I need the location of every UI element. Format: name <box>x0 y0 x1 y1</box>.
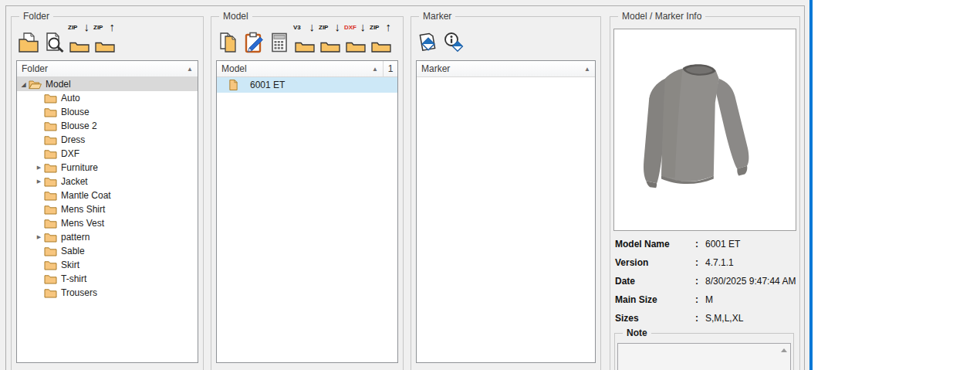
folder-icon <box>44 287 58 298</box>
model-item-6001-et[interactable]: 6001 ET <box>217 77 397 93</box>
tree-item-dress[interactable]: Dress <box>17 133 198 147</box>
tree-item-label: Auto <box>58 93 80 104</box>
export-zip-folder-button[interactable]: ZIP↑ <box>93 22 117 53</box>
tree-item-auto[interactable]: Auto <box>17 91 198 105</box>
tree-item-dxf[interactable]: DXF <box>17 147 198 161</box>
badge-label: ZIP <box>68 25 77 31</box>
tree-item-sable[interactable]: Sable <box>17 244 198 258</box>
tree-item-mantle-coat[interactable]: Mantle Coat <box>17 188 198 202</box>
tree-item-label: Mantle Coat <box>58 190 111 201</box>
folder-icon <box>44 134 58 145</box>
sort-ascending-icon: ▲ <box>372 66 383 73</box>
marker-column-header[interactable]: Marker ▲ <box>417 61 595 77</box>
search-folder-button[interactable] <box>42 22 66 53</box>
edit-model-button[interactable] <box>242 22 265 53</box>
tree-item-model[interactable]: ◢Model <box>17 77 198 91</box>
down-arrow-icon: ↓ <box>335 21 341 33</box>
import-zip-folder-button[interactable]: ZIP↓ <box>67 22 91 53</box>
tree-expander-icon[interactable]: ▶ <box>34 234 44 240</box>
tree-item-label: DXF <box>58 148 79 159</box>
size-table-button[interactable] <box>267 22 291 53</box>
folder-panel: Folder ZIP↓ZIP↑ Folder ▲ ◢ModelAutoBlous… <box>11 16 204 370</box>
info-field-version: Version:4.7.1.1 <box>610 253 799 272</box>
tree-item-label: pattern <box>58 232 90 243</box>
model-column-header[interactable]: Model ▲ 1 <box>217 61 397 77</box>
folder-icon <box>44 148 58 159</box>
tree-item-label: T-shirt <box>58 273 86 284</box>
tree-expander-icon[interactable]: ◢ <box>19 81 29 88</box>
tree-item-trousers[interactable]: Trousers <box>17 286 198 300</box>
field-separator: : <box>695 294 705 305</box>
note-textarea[interactable] <box>617 343 791 370</box>
folder-tree-body: ◢ModelAutoBlouseBlouse 2DressDXF▶Furnitu… <box>17 77 198 362</box>
document-copy-icon <box>218 32 239 53</box>
badge-label: ZIP <box>370 25 379 31</box>
down-arrow-icon: ↓ <box>360 21 367 33</box>
folder-icon <box>44 121 58 131</box>
folder-header-label: Folder <box>22 63 48 74</box>
import-dxf-button[interactable]: DXF↓ <box>343 22 367 53</box>
marker-document-button[interactable] <box>416 22 440 53</box>
badge-label: ZIP <box>319 25 328 31</box>
folder-icon <box>44 246 58 256</box>
tree-item-blouse[interactable]: Blouse <box>17 105 198 119</box>
marker-panel: Marker Marker ▲ <box>411 16 601 370</box>
tree-item-skirt[interactable]: Skirt <box>17 258 198 272</box>
marker-info-button[interactable] <box>441 22 465 53</box>
field-separator: : <box>695 257 705 268</box>
model-count-column-header[interactable]: 1 <box>383 61 397 76</box>
tree-item-blouse-2[interactable]: Blouse 2 <box>17 119 198 133</box>
import-zip-model-button[interactable]: ZIP↓ <box>318 22 342 53</box>
field-separator: : <box>695 276 705 287</box>
tree-item-label: Mens Vest <box>58 218 104 229</box>
field-label: Main Size <box>610 294 695 305</box>
tree-item-mens-vest[interactable]: Mens Vest <box>17 216 198 230</box>
down-arrow-icon: ↓ <box>309 21 316 33</box>
folder-toolbar: ZIP↓ZIP↑ <box>16 22 117 53</box>
up-arrow-icon: ↑ <box>386 21 392 33</box>
model-info-fields: Model Name:6001 ETVersion:4.7.1.1Date:8/… <box>610 235 799 328</box>
folder-column-header[interactable]: Folder ▲ <box>17 61 198 77</box>
field-value: S,M,L,XL <box>705 313 743 324</box>
note-scrollbar[interactable] <box>777 344 790 370</box>
tree-expander-icon[interactable]: ▶ <box>34 178 44 185</box>
tree-item-furniture[interactable]: ▶Furniture <box>17 161 198 175</box>
folder-icon <box>320 39 340 53</box>
tree-item-label: Trousers <box>58 287 97 298</box>
badge-label: V3 <box>293 25 301 31</box>
folder-icon <box>295 39 315 53</box>
folder-icon <box>44 273 58 284</box>
tree-item-t-shirt[interactable]: T-shirt <box>17 272 198 286</box>
tree-item-label: Skirt <box>58 260 79 270</box>
tree-item-pattern[interactable]: ▶pattern <box>17 230 198 244</box>
import-v3-button[interactable]: V3↓ <box>292 22 316 53</box>
down-arrow-icon: ↓ <box>84 21 90 33</box>
model-list-view: Model ▲ 1 6001 ET <box>216 60 398 363</box>
new-model-button[interactable] <box>216 22 240 53</box>
marker-page-icon <box>417 32 439 53</box>
marker-list-view: Marker ▲ <box>416 60 596 363</box>
tree-item-jacket[interactable]: ▶Jacket <box>17 175 198 188</box>
open-folder-button[interactable] <box>16 22 40 53</box>
marker-info-icon <box>443 32 465 53</box>
info-field-date: Date:8/30/2025 9:47:44 AM <box>610 272 799 290</box>
marker-header-label: Marker <box>421 63 450 74</box>
export-zip-model-button[interactable]: ZIP↑ <box>369 22 393 53</box>
tree-item-mens-shirt[interactable]: Mens Shirt <box>17 202 198 216</box>
model-list-body: 6001 ET <box>217 77 397 362</box>
model-panel: Model V3↓ZIP↓DXF↓ZIP↑ Model ▲ 1 6001 ET <box>211 16 404 370</box>
application-window: Folder ZIP↓ZIP↑ Folder ▲ ◢ModelAutoBlous… <box>0 0 809 370</box>
field-label: Model Name <box>610 239 695 249</box>
model-header-label: Model <box>221 63 247 74</box>
model-document-icon <box>228 79 242 91</box>
scroll-up-icon[interactable] <box>781 348 787 352</box>
tree-expander-icon[interactable]: ▶ <box>34 165 44 171</box>
calculator-icon <box>269 32 290 53</box>
clipboard-pencil-icon <box>243 32 265 53</box>
field-value: 6001 ET <box>705 239 740 249</box>
badge-label: ZIP <box>93 25 103 31</box>
model-marker-info-panel: Model / Marker Info Model Name:6001 ETVe… <box>610 16 800 370</box>
window-accent-border <box>809 0 813 370</box>
folder-tree-view: Folder ▲ ◢ModelAutoBlouseBlouse 2DressDX… <box>16 60 198 363</box>
tree-item-label: Blouse <box>58 107 90 117</box>
